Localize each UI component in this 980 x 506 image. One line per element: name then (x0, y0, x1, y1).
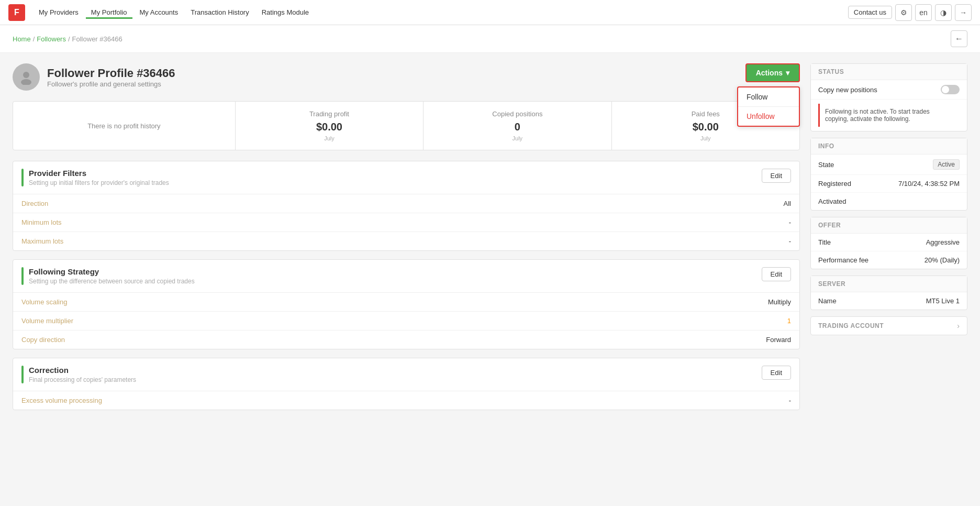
svg-point-0 (23, 72, 29, 78)
main-content: Follower Profile #36466 Follower's profi… (0, 53, 980, 429)
contact-us-button[interactable]: Contact us (848, 6, 892, 19)
copy-direction-row: Copy direction Forward (13, 331, 799, 349)
actions-dropdown: Follow Unfollow (737, 86, 800, 127)
nav-link-ratings-module[interactable]: Ratings Module (257, 6, 314, 18)
follow-action[interactable]: Follow (738, 87, 799, 107)
provider-filters-title-area: Provider Filters Setting up initial filt… (21, 169, 169, 186)
actions-button[interactable]: Actions ▾ (745, 63, 800, 82)
warning-box: Following is not active. To start trades… (818, 104, 960, 127)
excess-volume-row: Excess volume processing - (13, 391, 799, 410)
left-panel: Follower Profile #36466 Follower's profi… (13, 63, 800, 419)
copy-new-positions-toggle[interactable] (941, 85, 960, 94)
offer-section-header: OFFER (811, 217, 967, 234)
status-badge: Active (933, 159, 960, 170)
server-section: SERVER Name MT5 Live 1 (810, 276, 967, 310)
chevron-right-icon: › (957, 322, 960, 330)
stat-no-profit: There is no profit history (13, 102, 236, 150)
theme-toggle-button[interactable]: ◑ (935, 4, 952, 21)
offer-title-row: Title Aggressive (811, 234, 967, 251)
svg-point-1 (21, 79, 31, 85)
stat-trading-profit: Trading profit $0.00 July (236, 102, 424, 150)
profile-subtitle: Follower's profile and general settings (47, 80, 175, 88)
offer-section: OFFER Title Aggressive Performance fee 2… (810, 217, 967, 269)
registered-row: Registered 7/10/24, 4:38:52 PM (811, 175, 967, 193)
right-panel: STATUS Copy new positions Following is n… (810, 63, 967, 419)
nav-link-my-providers[interactable]: My Providers (34, 6, 84, 18)
green-bar (21, 169, 24, 186)
green-bar-3 (21, 366, 24, 383)
server-section-header: SERVER (811, 276, 967, 292)
unfollow-action[interactable]: Unfollow (738, 107, 799, 126)
following-strategy-card: Following Strategy Setting up the differ… (13, 259, 800, 349)
logout-button[interactable]: → (955, 4, 972, 21)
breadcrumb-followers[interactable]: Followers (37, 35, 66, 43)
nav-link-transaction-history[interactable]: Transaction History (185, 6, 254, 18)
correction-card: Correction Final processing of copies' p… (13, 358, 800, 410)
provider-filters-edit-button[interactable]: Edit (762, 169, 791, 183)
navbar-right: Contact us ⚙ en ◑ → (848, 4, 972, 21)
breadcrumb-row: Home / Followers / Follower #36466 ← (0, 25, 980, 53)
navbar-links: My Providers My Portfolio My Accounts Tr… (34, 6, 314, 19)
correction-header: Correction Final processing of copies' p… (13, 358, 799, 391)
chevron-down-icon: ▾ (786, 69, 789, 77)
breadcrumb-sep2: / (68, 35, 70, 43)
info-section: INFO State Active Registered 7/10/24, 4:… (810, 138, 967, 211)
provider-filters-header: Provider Filters Setting up initial filt… (13, 161, 799, 194)
correction-title-area: Correction Final processing of copies' p… (21, 366, 136, 383)
direction-row: Direction All (13, 194, 799, 213)
provider-filters-card: Provider Filters Setting up initial filt… (13, 161, 800, 251)
maximum-lots-row: Maximum lots - (13, 232, 799, 250)
navbar: F My Providers My Portfolio My Accounts … (0, 0, 980, 25)
nav-link-my-accounts[interactable]: My Accounts (135, 6, 184, 18)
copy-new-positions-row: Copy new positions (811, 80, 967, 100)
back-button[interactable]: ← (951, 30, 967, 47)
logo: F (8, 4, 25, 21)
state-row: State Active (811, 155, 967, 175)
trading-account-row[interactable]: TRADING ACCOUNT › (811, 317, 967, 335)
settings-icon-button[interactable]: ⚙ (895, 4, 912, 21)
breadcrumb-sep1: / (33, 35, 35, 43)
actions-dropdown-wrapper: Actions ▾ Follow Unfollow (745, 63, 800, 82)
following-strategy-edit-button[interactable]: Edit (762, 267, 791, 281)
server-name-row: Name MT5 Live 1 (811, 292, 967, 310)
language-button[interactable]: en (915, 4, 932, 21)
performance-fee-row: Performance fee 20% (Daily) (811, 251, 967, 269)
correction-edit-button[interactable]: Edit (762, 366, 791, 380)
following-strategy-header: Following Strategy Setting up the differ… (13, 260, 799, 293)
profile-title: Follower Profile #36466 (47, 67, 175, 80)
breadcrumb-current: Follower #36466 (72, 35, 122, 43)
volume-multiplier-row: Volume multiplier 1 (13, 312, 799, 331)
breadcrumb: Home / Followers / Follower #36466 (13, 35, 122, 43)
green-bar-2 (21, 267, 24, 285)
minimum-lots-row: Minimum lots - (13, 213, 799, 232)
following-strategy-title-area: Following Strategy Setting up the differ… (21, 267, 195, 285)
info-section-header: INFO (811, 138, 967, 155)
stat-copied-positions: Copied positions 0 July (424, 102, 611, 150)
profile-header: Follower Profile #36466 Follower's profi… (13, 63, 800, 91)
avatar (13, 63, 40, 91)
breadcrumb-home[interactable]: Home (13, 35, 31, 43)
stats-row: There is no profit history Trading profi… (13, 101, 800, 150)
nav-link-my-portfolio[interactable]: My Portfolio (86, 6, 132, 19)
status-section-header: STATUS (811, 64, 967, 80)
activated-row: Activated (811, 193, 967, 210)
profile-info: Follower Profile #36466 Follower's profi… (47, 67, 175, 88)
status-section: STATUS Copy new positions Following is n… (810, 63, 967, 131)
volume-scaling-row: Volume scaling Multiply (13, 293, 799, 312)
trading-account-section[interactable]: TRADING ACCOUNT › (810, 316, 967, 335)
